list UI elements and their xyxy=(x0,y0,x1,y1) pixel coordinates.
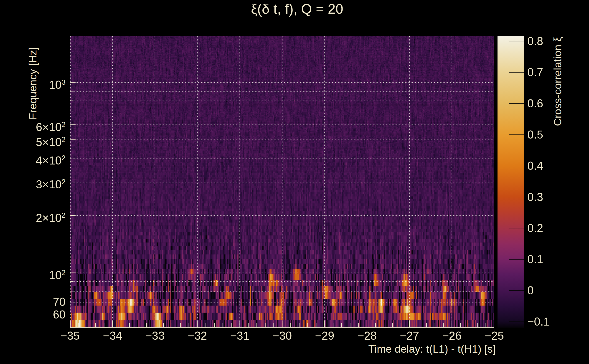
colorbar-tick-label: 0.3 xyxy=(527,191,543,203)
colorbar-tick-mark xyxy=(509,259,524,260)
x-tick-label: −25 xyxy=(476,330,512,341)
y-tick-label: 6×102 xyxy=(0,118,65,133)
colorbar-tick-label: 0.1 xyxy=(527,254,543,265)
x-tick-label: −27 xyxy=(391,330,428,341)
colorbar-tick-label: 0.5 xyxy=(527,129,543,140)
colorbar-title: Cross-correlation ξ xyxy=(551,37,564,126)
x-tick-label: −32 xyxy=(179,330,216,341)
colorbar-tick-label: −0.1 xyxy=(527,316,550,327)
colorbar-tick-mark xyxy=(509,103,524,104)
colorbar-tick-mark xyxy=(509,197,524,197)
x-tick-label: −29 xyxy=(306,330,343,341)
colorbar-tick-mark xyxy=(509,290,524,291)
y-tick-label: 103 xyxy=(0,76,65,91)
figure-canvas-root: ξ(δ t, f), Q = 20 Frequency [Hz] Cross-c… xyxy=(0,0,589,364)
x-tick-label: −28 xyxy=(349,330,385,341)
chart-title: ξ(δ t, f), Q = 20 xyxy=(70,1,524,17)
colorbar-tick-mark xyxy=(509,41,524,41)
colorbar-tick-mark xyxy=(509,321,524,322)
x-axis-title: Time delay: t(L1) - t(H1) [s] xyxy=(268,343,496,355)
x-tick-label: −35 xyxy=(52,330,88,341)
x-tick-label: −31 xyxy=(222,330,258,341)
x-tick-label: −34 xyxy=(94,330,131,341)
y-tick-label: 4×102 xyxy=(0,152,65,167)
y-tick-label: 70 xyxy=(0,296,65,308)
x-tick-label: −33 xyxy=(137,330,173,341)
colorbar-tick-label: 0.2 xyxy=(527,222,543,234)
colorbar-tick-label: 0 xyxy=(527,285,534,296)
colorbar-tick-mark xyxy=(509,228,524,228)
colorbar-gradient xyxy=(497,36,524,328)
colorbar-tick-label: 0.6 xyxy=(527,98,543,109)
y-tick-label: 3×102 xyxy=(0,176,65,190)
colorbar-tick-label: 0.4 xyxy=(527,160,543,172)
y-tick-label: 2×102 xyxy=(0,209,65,224)
heatmap-canvas xyxy=(70,36,494,328)
colorbar-tick-label: 0.7 xyxy=(527,67,543,78)
colorbar-tick-mark xyxy=(509,72,524,72)
colorbar-tick-label: 0.8 xyxy=(527,35,543,47)
y-tick-label: 102 xyxy=(0,267,65,281)
x-tick-label: −26 xyxy=(434,330,470,341)
y-tick-label: 60 xyxy=(0,309,65,321)
x-tick-label: −30 xyxy=(264,330,301,341)
colorbar-tick-mark xyxy=(509,166,524,166)
colorbar-tick-mark xyxy=(509,134,524,135)
y-tick-label: 5×102 xyxy=(0,134,65,148)
